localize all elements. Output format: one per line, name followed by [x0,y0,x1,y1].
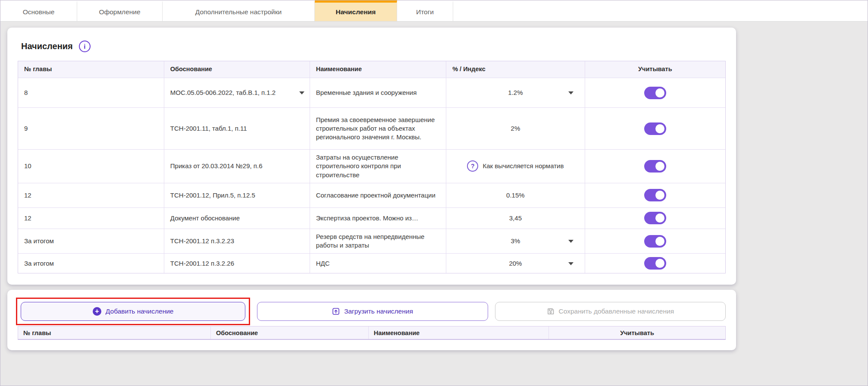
name-text: Резерв средств на непредвиденные работы … [316,232,440,250]
upload-icon [332,308,340,315]
justification-text: ТСН-2001.12 п.3.2.23 [170,237,234,245]
toggle-cell [585,183,725,207]
justification-cell: ТСН-2001.12, Прил.5, п.12.5 [164,183,310,207]
table-row: 12Документ обоснованиеЭкспертиза проекто… [18,207,725,229]
value-cell: 2% [446,108,584,149]
toggle-cell [585,254,725,273]
name-text: Премия за своевременное завершение строи… [316,116,440,142]
info-icon[interactable]: i [79,41,91,52]
chapter-cell: За итогом [18,254,164,273]
table-row: 10Приказ от 20.03.2014 №29, п.6Затраты н… [18,149,725,183]
toggle-cell [585,208,725,229]
column-header: Обоснование [164,61,310,78]
chapter-cell: 10 [18,150,164,183]
row-toggle[interactable] [644,189,666,201]
column-header: % / Индекс [446,61,584,78]
value-cell: ?Как вычисляется норматив [446,150,584,183]
value-text: 0.15% [506,191,525,200]
value-cell: 1.2% [446,78,584,107]
column-header: № главы [18,326,210,339]
name-text: Затраты на осуществление строительного к… [316,153,440,179]
justification-cell: МОС.05.05-006.2022, таб.В.1, п.1.2 [164,78,310,107]
value-cell: 3% [446,229,584,254]
name-cell: Затраты на осуществление строительного к… [310,150,446,183]
help-link[interactable]: ?Как вычисляется норматив [467,160,564,172]
save-charges-label: Сохранить добавленные начисления [559,308,674,315]
value-cell: 20% [446,254,584,273]
chapter-cell: 8 [18,78,164,107]
toggle-knob [655,88,664,97]
value-text: 3,45 [509,214,522,223]
justification-cell: ТСН-2001.12 п.3.2.26 [164,254,310,273]
column-header: Учитывать [585,61,725,78]
justification-cell: Документ обоснование [164,208,310,229]
charges-table-body: 8МОС.05.05-006.2022, таб.В.1, п.1.2Време… [18,78,725,273]
toggle-cell [585,108,725,149]
column-header: Наименование [368,326,548,339]
name-cell: Экспертиза проектов. Можно из… [310,208,446,229]
table-row: За итогомТСН-2001.12 п.3.2.23Резерв сред… [18,229,725,254]
name-text: Согласование проектной документации [316,191,436,200]
row-toggle[interactable] [644,235,666,248]
chevron-down-icon[interactable] [568,91,573,94]
chevron-down-icon[interactable] [299,91,304,94]
table-row: 12ТСН-2001.12, Прил.5, п.12.5Согласовани… [18,183,725,207]
name-cell: Временные здания и сооружения [310,78,446,107]
tab-nachisleniya[interactable]: Начисления [315,0,397,21]
justification-text: ТСН-2001.11, табл.1, п.11 [170,124,247,133]
row-toggle[interactable] [644,122,666,135]
name-cell: Резерв средств на непредвиденные работы … [310,229,446,254]
row-toggle[interactable] [644,160,666,173]
name-cell: НДС [310,254,446,273]
table-row: За итогомТСН-2001.12 п.3.2.26НДС20% [18,253,725,273]
justification-cell: Приказ от 20.03.2014 №29, п.6 [164,150,310,183]
column-header: Наименование [310,61,446,78]
load-charges-button[interactable]: Загрузить начисления [257,302,488,321]
toggle-knob [655,162,664,171]
justification-text: ТСН-2001.12 п.3.2.26 [170,259,234,268]
justification-text: Приказ от 20.03.2014 №29, п.6 [170,162,263,170]
chevron-down-icon[interactable] [568,240,573,243]
tab-oformlenie[interactable]: Оформление [77,0,163,21]
tab-itogi[interactable]: Итоги [397,0,453,21]
tab-bar: Основные Оформление Дополнительные настр… [0,0,868,22]
toggle-knob [655,124,664,133]
chapter-cell: За итогом [18,229,164,254]
toggle-cell [585,150,725,183]
chapter-cell: 9 [18,108,164,149]
chapter-cell: 12 [18,208,164,229]
add-charge-button[interactable]: + Добавить начисление [21,302,245,321]
row-toggle[interactable] [644,87,666,99]
toggle-knob [655,213,664,223]
column-header: Обоснование [210,326,368,339]
toggle-knob [655,191,664,200]
charges-title-row: Начисления i [21,41,722,52]
app-window: Основные Оформление Дополнительные настр… [0,0,868,386]
justification-text: МОС.05.05-006.2022, таб.В.1, п.1.2 [170,88,276,97]
column-header: Учитывать [548,326,725,339]
tab-dopolnitelnye-nastroyki[interactable]: Дополнительные настройки [163,0,315,21]
value-cell: 3,45 [446,208,584,229]
question-icon: ? [467,160,478,172]
actions-card: + Добавить начисление Загрузить начислен… [7,290,736,350]
row-toggle[interactable] [644,212,666,224]
chevron-down-icon[interactable] [568,262,573,265]
table-row: 9ТСН-2001.11, табл.1, п.11Премия за свое… [18,107,725,149]
table-row: 8МОС.05.05-006.2022, таб.В.1, п.1.2Време… [18,78,725,107]
toggle-knob [655,237,664,246]
tab-osnovnye[interactable]: Основные [0,0,77,21]
toggle-knob [655,259,664,268]
help-link-label: Как вычисляется норматив [483,162,564,170]
red-annotation-box: + Добавить начисление [16,298,250,325]
value-text: 3% [511,237,520,245]
value-text: 20% [509,259,522,268]
save-charges-button[interactable]: Сохранить добавленные начисления [495,302,726,321]
row-toggle[interactable] [644,257,666,270]
save-icon [547,308,555,315]
name-cell: Согласование проектной документации [310,183,446,207]
justification-text: ТСН-2001.12, Прил.5, п.12.5 [170,191,255,200]
page-title: Начисления [21,41,73,51]
charges-table-header: № главыОбоснованиеНаименование% / Индекс… [18,61,725,78]
add-charge-label: Добавить начисление [106,308,174,315]
toggle-cell [585,229,725,254]
